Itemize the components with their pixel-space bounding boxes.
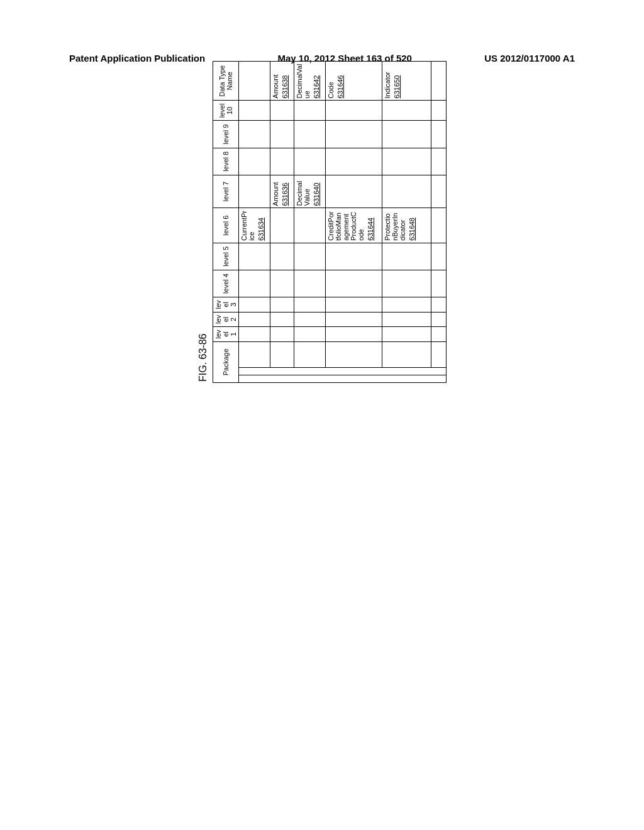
header-right: US 2012/0117000 A1 (484, 53, 575, 64)
refnum: 631644 (367, 210, 374, 240)
cell-l7: DecimalValue 631640 (294, 175, 326, 208)
col-level9: level 9 (213, 121, 239, 148)
cell-dtn: Indicator 631650 (382, 62, 431, 101)
cell-dtn: Amount 631638 (270, 62, 294, 101)
refnum: 631634 (257, 210, 265, 240)
table-row: CurrentPrice 631634 (239, 62, 270, 383)
col-level5: level 5 (213, 243, 239, 270)
refnum: 631650 (393, 64, 401, 98)
col-level2: level 2 (213, 312, 239, 327)
header-left: Patent Application Publication (69, 53, 205, 64)
col-level1: level 1 (213, 327, 239, 342)
data-table: Package level 1 level 2 level 3 level 4 … (213, 61, 447, 383)
col-level8: level 8 (213, 148, 239, 175)
cell-l6: CreditPortfolioManagementProductCode 631… (326, 208, 382, 243)
refnum: 631636 (281, 177, 289, 206)
table-row: CreditPortfolioManagementProductCode 631… (326, 62, 382, 383)
cell-l7: Amount 631636 (270, 175, 294, 208)
col-level3: level 3 (213, 297, 239, 313)
table-row: ProtectionBuyerIndicator 631648 Indicato… (382, 62, 431, 383)
refnum: 631638 (281, 64, 289, 98)
col-level4: level 4 (213, 270, 239, 297)
col-level7: level 7 (213, 175, 239, 208)
cell-l6: ProtectionBuyerIndicator 631648 (382, 208, 431, 243)
table-row: DecimalValue 631640 DecimalValue 631642 (294, 62, 326, 383)
refnum: 631646 (336, 64, 344, 98)
col-datatype: Data Type Name (213, 62, 239, 101)
refnum: 631648 (408, 210, 416, 240)
cell-l6: CurrentPrice 631634 (239, 208, 270, 243)
table-row (431, 62, 447, 383)
figure-label: FIG. 63-86 (197, 61, 209, 382)
col-level6: level 6 (213, 208, 239, 243)
cell-dtn: Code 631646 (326, 62, 382, 101)
col-package: Package (213, 341, 239, 382)
refnum: 631640 (313, 177, 320, 206)
col-level10: level 10 (213, 101, 239, 121)
rotated-content: FIG. 63-86 Package level 1 level 2 level… (197, 61, 447, 383)
table-header-row: Package level 1 level 2 level 3 level 4 … (213, 62, 239, 383)
refnum: 631642 (313, 64, 320, 98)
cell-dtn: DecimalValue 631642 (294, 62, 326, 101)
table-row: Amount 631636 Amount 631638 (270, 62, 294, 383)
